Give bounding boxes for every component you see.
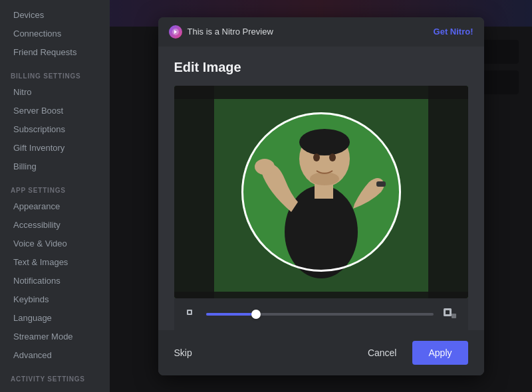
sidebar-item-language[interactable]: Language bbox=[3, 309, 107, 327]
get-nitro-link[interactable]: Get Nitro! bbox=[434, 27, 473, 37]
modal-header-left: This is a Nitro Preview bbox=[169, 25, 273, 39]
image-editor[interactable] bbox=[174, 86, 468, 298]
main-content: This is a Nitro Preview Get Nitro! Edit … bbox=[110, 0, 532, 392]
sidebar-item-keybinds[interactable]: Keybinds bbox=[3, 290, 107, 308]
skip-button[interactable]: Skip bbox=[174, 347, 192, 358]
sidebar-item-server-boost[interactable]: Server Boost bbox=[3, 102, 107, 120]
svg-rect-14 bbox=[452, 314, 456, 318]
activity-section-header: ACTIVITY SETTINGS bbox=[0, 365, 110, 385]
svg-rect-11 bbox=[188, 311, 191, 314]
modal-footer: Skip Cancel Apply bbox=[158, 330, 484, 375]
nitro-preview-label: This is a Nitro Preview bbox=[188, 27, 273, 37]
svg-rect-13 bbox=[446, 310, 450, 314]
cancel-button[interactable]: Cancel bbox=[357, 342, 408, 363]
sidebar-item-subscriptions[interactable]: Subscriptions bbox=[3, 120, 107, 138]
sidebar-item-accessibility[interactable]: Accessibility bbox=[3, 216, 107, 234]
sidebar-item-appearance[interactable]: Appearance bbox=[3, 197, 107, 215]
sidebar-item-connections[interactable]: Connections bbox=[3, 25, 107, 43]
zoom-in-icon bbox=[442, 306, 458, 322]
apply-button[interactable]: Apply bbox=[412, 341, 467, 365]
slider-thumb[interactable] bbox=[251, 310, 261, 319]
billing-section-header: BILLING SETTINGS bbox=[0, 62, 110, 82]
sidebar-item-gift-inventory[interactable]: Gift Inventory bbox=[3, 139, 107, 157]
sidebar-item-text-images[interactable]: Text & Images bbox=[3, 253, 107, 271]
dark-overlay-bottom bbox=[174, 292, 468, 298]
sidebar-item-nitro[interactable]: Nitro bbox=[3, 83, 107, 101]
modal-header: This is a Nitro Preview Get Nitro! bbox=[158, 17, 484, 47]
dark-overlay-top bbox=[174, 86, 468, 99]
sidebar-item-devices[interactable]: Devices bbox=[3, 6, 107, 24]
dark-overlay-left bbox=[174, 86, 214, 298]
modal-body: Edit Image bbox=[158, 47, 484, 330]
nitro-icon bbox=[169, 25, 182, 39]
slider-fill bbox=[206, 313, 256, 316]
sidebar-item-billing[interactable]: Billing bbox=[3, 157, 107, 175]
app-section-header: APP SETTINGS bbox=[0, 176, 110, 197]
sidebar-item-friend-requests[interactable]: Friend Requests bbox=[3, 43, 107, 61]
modal-overlay: This is a Nitro Preview Get Nitro! Edit … bbox=[110, 0, 532, 392]
footer-right-actions: Cancel Apply bbox=[357, 341, 468, 365]
sidebar: Devices Connections Friend Requests BILL… bbox=[0, 0, 110, 392]
zoom-slider[interactable] bbox=[206, 313, 434, 316]
circle-crop-indicator bbox=[241, 112, 401, 272]
edit-image-modal: This is a Nitro Preview Get Nitro! Edit … bbox=[158, 17, 484, 375]
sidebar-item-streamer-mode[interactable]: Streamer Mode bbox=[3, 328, 107, 345]
zoom-slider-section bbox=[174, 298, 468, 330]
modal-title: Edit Image bbox=[174, 60, 468, 75]
sidebar-item-advanced[interactable]: Advanced bbox=[3, 346, 107, 364]
sidebar-item-notifications[interactable]: Notifications bbox=[3, 272, 107, 290]
dark-overlay-right bbox=[428, 86, 468, 298]
zoom-out-icon bbox=[185, 308, 198, 321]
sidebar-item-voice-video[interactable]: Voice & Video bbox=[3, 235, 107, 252]
